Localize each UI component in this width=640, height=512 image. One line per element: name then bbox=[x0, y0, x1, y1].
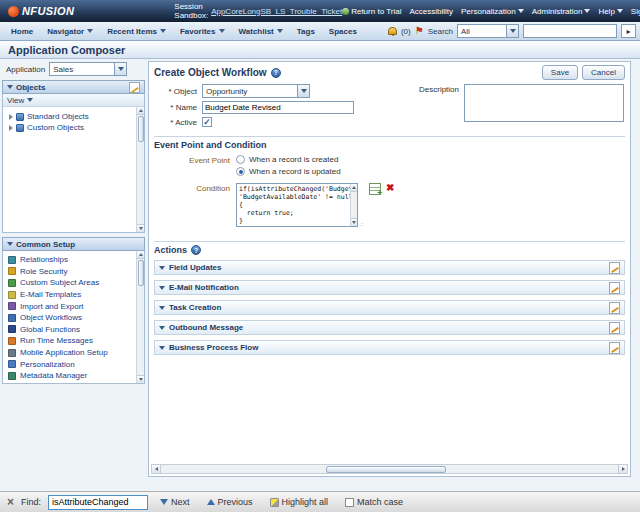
scroll-thumb[interactable] bbox=[326, 466, 446, 473]
condition-scrollbar[interactable] bbox=[350, 184, 357, 226]
menu-watchlist[interactable]: Watchlist bbox=[232, 27, 290, 36]
search-input[interactable] bbox=[523, 24, 617, 38]
sidebar-item-run-time-messages[interactable]: Run Time Messages bbox=[3, 335, 144, 347]
sidebar-item-global-functions[interactable]: Global Functions bbox=[3, 324, 144, 336]
arrow-up-icon bbox=[207, 499, 215, 505]
tree-item-custom-objects[interactable]: Custom Objects bbox=[5, 122, 142, 133]
condition-label: Condition bbox=[154, 183, 230, 227]
expression-builder-icon[interactable] bbox=[369, 183, 381, 195]
action-row-label: Business Process Flow bbox=[169, 343, 258, 352]
action-row-outbound-message[interactable]: Outbound Message bbox=[154, 320, 625, 335]
radio-record-created[interactable]: When a record is created bbox=[236, 155, 341, 164]
create-action-icon[interactable] bbox=[609, 322, 620, 334]
scroll-right-arrow[interactable] bbox=[618, 465, 627, 473]
cancel-button[interactable]: Cancel bbox=[582, 65, 625, 80]
menu-tags[interactable]: Tags bbox=[290, 27, 322, 36]
menu-navigator[interactable]: Navigator bbox=[40, 27, 100, 36]
edit-page-icon[interactable] bbox=[129, 82, 140, 93]
help-icon[interactable] bbox=[191, 245, 201, 255]
action-row-field-updates[interactable]: Field Updates bbox=[154, 260, 625, 275]
active-checkbox[interactable] bbox=[202, 117, 212, 127]
menu-recent-items[interactable]: Recent Items bbox=[100, 27, 173, 36]
scroll-thumb[interactable] bbox=[138, 260, 144, 286]
action-row-email-notification[interactable]: E-Mail Notification bbox=[154, 280, 625, 295]
return-to-trial-link[interactable]: Return to Trial bbox=[342, 7, 401, 16]
help-menu[interactable]: Help bbox=[598, 7, 622, 16]
radio-icon-selected[interactable] bbox=[236, 167, 245, 176]
match-case-option[interactable]: Match case bbox=[340, 496, 408, 508]
create-action-icon[interactable] bbox=[609, 282, 620, 294]
horizontal-scrollbar[interactable] bbox=[151, 464, 628, 474]
sidebar-item-custom-subject-areas[interactable]: Custom Subject Areas bbox=[3, 277, 144, 289]
condition-code: if(isAttributeChanged('BudgetAvailableDa… bbox=[237, 184, 357, 226]
sidebar-item-personalization[interactable]: Personalization bbox=[3, 358, 144, 370]
search-scope-select[interactable]: All bbox=[457, 24, 519, 38]
objects-panel-header[interactable]: Objects bbox=[2, 80, 145, 94]
radio-icon[interactable] bbox=[236, 155, 245, 164]
sidebar-item-email-templates[interactable]: E-Mail Templates bbox=[3, 289, 144, 301]
scroll-left-arrow[interactable] bbox=[152, 465, 161, 473]
scroll-down-arrow[interactable] bbox=[137, 224, 144, 232]
application-select[interactable]: Sales bbox=[49, 62, 127, 76]
sidebar-item-object-workflows[interactable]: Object Workflows bbox=[3, 312, 144, 324]
sidebar-item-metadata-manager[interactable]: Metadata Manager bbox=[3, 370, 144, 382]
match-case-checkbox[interactable] bbox=[345, 498, 354, 507]
session-sandbox-link[interactable]: AppCoreLongSB_LS_Trouble_Ticket bbox=[211, 7, 342, 16]
menu-favorites[interactable]: Favorites bbox=[173, 27, 232, 36]
sidebar-item-role-security[interactable]: Role Security bbox=[3, 266, 144, 278]
name-label: * Name bbox=[153, 103, 197, 112]
find-previous-button[interactable]: Previous bbox=[202, 496, 258, 508]
menu-home[interactable]: Home bbox=[4, 27, 40, 36]
name-input[interactable] bbox=[202, 101, 354, 114]
create-action-icon[interactable] bbox=[609, 302, 620, 314]
tree-item-standard-objects[interactable]: Standard Objects bbox=[5, 111, 142, 122]
chevron-down-icon bbox=[159, 266, 165, 270]
create-action-icon[interactable] bbox=[609, 342, 620, 354]
action-row-business-process-flow[interactable]: Business Process Flow bbox=[154, 340, 625, 355]
common-setup-panel-header[interactable]: Common Setup bbox=[2, 237, 145, 251]
scroll-down-arrow[interactable] bbox=[137, 375, 144, 383]
scroll-up-arrow[interactable] bbox=[137, 107, 144, 115]
expand-icon[interactable] bbox=[9, 125, 13, 131]
object-select[interactable]: Opportunity bbox=[202, 84, 310, 98]
objects-scrollbar[interactable] bbox=[136, 107, 144, 232]
condition-textarea[interactable]: if(isAttributeChanged('BudgetAvailableDa… bbox=[236, 183, 358, 227]
find-next-button[interactable]: Next bbox=[155, 496, 195, 508]
flag-icon[interactable]: ⚑ bbox=[415, 27, 424, 35]
sidebar-item-relationships[interactable]: Relationships bbox=[3, 254, 144, 266]
action-row-task-creation[interactable]: Task Creation bbox=[154, 300, 625, 315]
save-button[interactable]: Save bbox=[542, 65, 578, 80]
view-menu[interactable]: View bbox=[7, 96, 24, 105]
search-go-button[interactable] bbox=[621, 24, 636, 38]
radio-record-updated[interactable]: When a record is updated bbox=[236, 167, 341, 176]
scroll-up-arrow[interactable] bbox=[137, 251, 144, 259]
sidebar-item-mobile-application-setup[interactable]: Mobile Application Setup bbox=[3, 347, 144, 359]
administration-label: Administration bbox=[532, 7, 583, 16]
help-icon[interactable] bbox=[271, 68, 281, 78]
menu-spaces[interactable]: Spaces bbox=[322, 27, 364, 36]
common-setup-scrollbar[interactable] bbox=[136, 251, 144, 383]
highlight-all-button[interactable]: Highlight all bbox=[265, 496, 334, 508]
personalization-menu[interactable]: Personalization bbox=[461, 7, 524, 16]
create-action-icon[interactable] bbox=[609, 262, 620, 274]
infusion-logo: NFUSION bbox=[8, 5, 74, 17]
sidebar-item-label: Relationships bbox=[20, 255, 68, 264]
sidebar-item-import-export[interactable]: Import and Export bbox=[3, 300, 144, 312]
find-input[interactable] bbox=[48, 495, 148, 510]
objects-tree: Standard Objects Custom Objects bbox=[3, 107, 144, 137]
global-links: Return to Trial Accessibility Personaliz… bbox=[342, 7, 640, 16]
sign-out-link[interactable]: Sign Out bbox=[631, 7, 640, 16]
accessibility-link[interactable]: Accessibility bbox=[409, 7, 453, 16]
chevron-down-icon bbox=[219, 29, 225, 33]
resize-grip[interactable]: .:: bbox=[359, 221, 364, 227]
chevron-down-icon bbox=[27, 98, 33, 102]
administration-menu[interactable]: Administration bbox=[532, 7, 591, 16]
description-textarea[interactable] bbox=[464, 84, 624, 122]
scroll-thumb[interactable] bbox=[138, 116, 144, 142]
delete-condition-icon[interactable] bbox=[386, 183, 394, 193]
scroll-down-arrow[interactable] bbox=[351, 218, 358, 226]
scroll-up-arrow[interactable] bbox=[351, 184, 358, 192]
notifications-bell-icon[interactable] bbox=[388, 27, 397, 35]
close-icon[interactable] bbox=[7, 496, 14, 508]
expand-icon[interactable] bbox=[9, 114, 13, 120]
